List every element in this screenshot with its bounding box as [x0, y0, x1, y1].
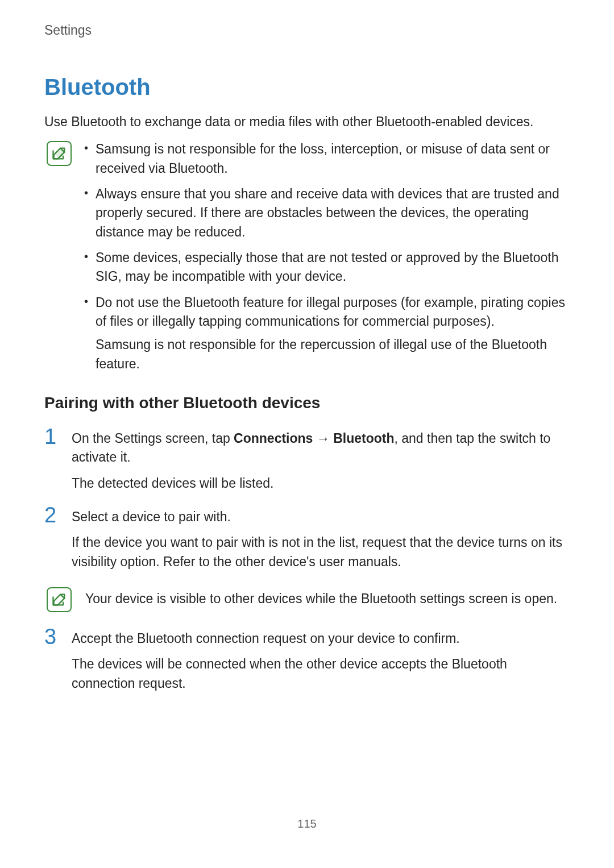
- page-title: Bluetooth: [44, 74, 570, 100]
- step-number: 3: [44, 626, 60, 647]
- step-number: 1: [44, 426, 60, 447]
- bold-connections: Connections: [234, 431, 313, 446]
- step-1: 1 On the Settings screen, tap Connection…: [44, 429, 570, 493]
- step-content: On the Settings screen, tap Connections …: [72, 429, 570, 493]
- note-item: Some devices, especially those that are …: [82, 248, 570, 286]
- subheading-pairing: Pairing with other Bluetooth devices: [44, 394, 570, 412]
- note-item: Samsung is not responsible for the loss,…: [82, 140, 570, 178]
- note-item: Always ensure that you share and receive…: [82, 185, 570, 242]
- intro-paragraph: Use Bluetooth to exchange data or media …: [44, 113, 570, 131]
- note-block: Samsung is not responsible for the loss,…: [44, 140, 570, 373]
- step-text: On the Settings screen, tap: [72, 431, 234, 446]
- note-item-text: Do not use the Bluetooth feature for ill…: [96, 295, 565, 329]
- step-para: The devices will be connected when the o…: [72, 655, 570, 693]
- note-icon: [47, 141, 72, 166]
- step-content: Accept the Bluetooth connection request …: [72, 629, 570, 693]
- note-list: Samsung is not responsible for the loss,…: [82, 140, 570, 373]
- step-para: Select a device to pair with.: [72, 508, 570, 526]
- step-content: Select a device to pair with. If the dev…: [72, 508, 570, 571]
- page-number: 115: [0, 817, 614, 830]
- step-para: If the device you want to pair with is n…: [72, 533, 570, 571]
- step-2: 2 Select a device to pair with. If the d…: [44, 508, 570, 571]
- step-number: 2: [44, 504, 60, 526]
- note-item-subtext: Samsung is not responsible for the reper…: [96, 335, 570, 373]
- inline-note-block: Your device is visible to other devices …: [44, 586, 570, 612]
- step-para: Accept the Bluetooth connection request …: [72, 629, 570, 648]
- step-3: 3 Accept the Bluetooth connection reques…: [44, 629, 570, 693]
- step-para: The detected devices will be listed.: [72, 474, 570, 493]
- inline-note-text: Your device is visible to other devices …: [85, 589, 557, 608]
- bold-bluetooth: Bluetooth: [333, 431, 394, 446]
- arrow-icon: →: [313, 431, 333, 446]
- note-icon: [47, 587, 72, 612]
- note-item: Do not use the Bluetooth feature for ill…: [82, 293, 570, 373]
- header-section-label: Settings: [44, 23, 570, 38]
